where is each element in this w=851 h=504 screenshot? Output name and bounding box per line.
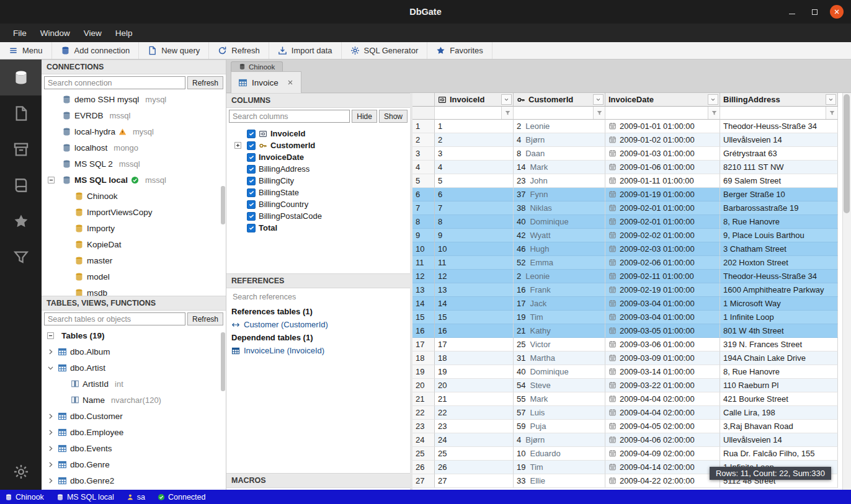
grid-row[interactable]: 252510Eduardo2009-04-09 02:00:00Rua Dr. … bbox=[412, 447, 838, 461]
cell-invoice-date[interactable]: 2009-01-06 01:00:00 bbox=[605, 161, 720, 174]
tables-search-input[interactable] bbox=[44, 312, 185, 325]
cell-invoice-date[interactable]: 2009-01-19 01:00:00 bbox=[605, 188, 720, 201]
cell-billing-address[interactable]: 69 Salem Street bbox=[720, 174, 838, 188]
cell-invoice-date[interactable]: 2009-03-04 01:00:00 bbox=[605, 297, 720, 311]
row-number[interactable]: 19 bbox=[412, 365, 435, 379]
checkbox-checked-icon[interactable] bbox=[247, 130, 256, 138]
cell-billing-address[interactable]: 8, Rue Hanovre bbox=[720, 365, 838, 379]
grid-row[interactable]: 4414Mark2009-01-06 01:00:008210 111 ST N… bbox=[412, 161, 838, 174]
cell-invoice-id[interactable]: 8 bbox=[435, 215, 514, 229]
cell-customer-id[interactable]: 19Tim bbox=[514, 311, 605, 324]
row-number[interactable]: 5 bbox=[412, 174, 435, 188]
cell-invoice-id[interactable]: 18 bbox=[435, 351, 514, 365]
cell-invoice-id[interactable]: 6 bbox=[435, 188, 514, 201]
cell-invoice-date[interactable]: 2009-03-06 01:00:00 bbox=[605, 338, 720, 351]
toolbar-add-connection-button[interactable]: Add connection bbox=[52, 42, 140, 59]
grid-row[interactable]: 181831Martha2009-03-09 01:00:00194A Chai… bbox=[412, 351, 838, 365]
column-toggle-billingcountry[interactable]: BillingCountry bbox=[226, 198, 410, 210]
grid-row[interactable]: 12122Leonie2009-02-11 01:00:00Theodor-He… bbox=[412, 270, 838, 283]
grid-row[interactable]: 222257Luis2009-04-04 02:00:00Calle Lira,… bbox=[412, 406, 838, 420]
cell-invoice-date[interactable]: 2009-03-05 01:00:00 bbox=[605, 324, 720, 338]
column-header-customerid[interactable]: CustomerId bbox=[514, 93, 605, 107]
row-number[interactable]: 10 bbox=[412, 242, 435, 256]
cell-invoice-id[interactable]: 3 bbox=[435, 147, 514, 161]
filter-input-customerid[interactable] bbox=[514, 107, 593, 119]
row-number[interactable]: 3 bbox=[412, 147, 435, 161]
table-dbo-genre[interactable]: dbo.Genre bbox=[42, 456, 226, 472]
cell-customer-id[interactable]: 46Hugh bbox=[514, 242, 605, 256]
cell-invoice-date[interactable]: 2009-03-04 01:00:00 bbox=[605, 311, 720, 324]
cell-invoice-id[interactable]: 25 bbox=[435, 447, 514, 461]
cell-invoice-id[interactable]: 15 bbox=[435, 311, 514, 324]
cell-invoice-id[interactable]: 27 bbox=[435, 474, 514, 488]
references-search-input[interactable] bbox=[229, 290, 408, 303]
grid-row[interactable]: 171725Victor2009-03-06 01:00:00319 N. Fr… bbox=[412, 338, 838, 351]
cell-billing-address[interactable]: 202 Hoxton Street bbox=[720, 256, 838, 270]
row-number[interactable]: 22 bbox=[412, 406, 435, 420]
row-number[interactable]: 11 bbox=[412, 256, 435, 270]
cell-customer-id[interactable]: 57Luis bbox=[514, 406, 605, 420]
cell-customer-id[interactable]: 2Leonie bbox=[514, 120, 605, 133]
table-dbo-events[interactable]: dbo.Events bbox=[42, 440, 226, 456]
database-importy[interactable]: Importy bbox=[42, 220, 226, 236]
cell-billing-address[interactable]: 194A Chain Lake Drive bbox=[720, 351, 838, 365]
grid-row[interactable]: 202054Steve2009-03-22 01:00:00110 Raebur… bbox=[412, 379, 838, 392]
row-number[interactable]: 7 bbox=[412, 201, 435, 215]
grid-row[interactable]: 161621Kathy2009-03-05 01:00:00801 W 4th … bbox=[412, 324, 838, 338]
cell-customer-id[interactable]: 42Wyatt bbox=[514, 229, 605, 242]
cell-invoice-date[interactable]: 2009-03-09 01:00:00 bbox=[605, 351, 720, 365]
toolbar-sql-generator-button[interactable]: SQL Generator bbox=[342, 42, 428, 59]
cell-billing-address[interactable]: 3 Chatham Street bbox=[720, 242, 838, 256]
cell-billing-address[interactable]: 9, Place Louis Barthou bbox=[720, 229, 838, 242]
row-number[interactable]: 20 bbox=[412, 379, 435, 392]
cell-customer-id[interactable]: 16Frank bbox=[514, 283, 605, 297]
grid-row[interactable]: 101046Hugh2009-02-03 01:00:003 Chatham S… bbox=[412, 242, 838, 256]
grid-row[interactable]: 151519Tim2009-03-04 01:00:001 Infinite L… bbox=[412, 311, 838, 324]
menu-view[interactable]: View bbox=[77, 26, 109, 40]
cell-customer-id[interactable]: 55Mark bbox=[514, 392, 605, 406]
toolbar-new-query-button[interactable]: New query bbox=[139, 42, 209, 59]
cell-customer-id[interactable]: 2Leonie bbox=[514, 270, 605, 283]
checkbox-checked-icon[interactable] bbox=[247, 200, 256, 209]
column-header-billingaddress[interactable]: BillingAddress bbox=[720, 93, 838, 107]
cell-invoice-date[interactable]: 2009-03-14 01:00:00 bbox=[605, 365, 720, 379]
database-master[interactable]: master bbox=[42, 252, 226, 268]
table-dbo-genre2[interactable]: dbo.Genre2 bbox=[42, 472, 226, 489]
table-column-name[interactable]: Namenvarchar(120) bbox=[42, 392, 226, 408]
column-menu-button[interactable] bbox=[593, 94, 604, 105]
connection-evrdb[interactable]: EVRDBmssql bbox=[42, 107, 226, 123]
cell-invoice-date[interactable]: 2009-01-11 01:00:00 bbox=[605, 174, 720, 188]
cell-invoice-id[interactable]: 21 bbox=[435, 392, 514, 406]
grid-row[interactable]: 224Bjørn2009-01-02 01:00:00Ullevålsveien… bbox=[412, 133, 838, 147]
table-column-artistid[interactable]: ArtistIdint bbox=[42, 376, 226, 392]
cell-invoice-id[interactable]: 4 bbox=[435, 161, 514, 174]
cell-customer-id[interactable]: 40Dominique bbox=[514, 215, 605, 229]
cell-customer-id[interactable]: 10Eduardo bbox=[514, 447, 605, 461]
cell-invoice-date[interactable]: 2009-04-04 02:00:00 bbox=[605, 406, 720, 420]
cell-billing-address[interactable]: Grétrystraat 63 bbox=[720, 147, 838, 161]
filter-menu-button[interactable] bbox=[708, 107, 720, 119]
cell-invoice-date[interactable]: 2009-02-01 01:00:00 bbox=[605, 215, 720, 229]
cell-invoice-id[interactable]: 7 bbox=[435, 201, 514, 215]
grid-row[interactable]: 9942Wyatt2009-02-02 01:00:009, Place Lou… bbox=[412, 229, 838, 242]
database-kopiedat[interactable]: KopieDat bbox=[42, 236, 226, 252]
cell-customer-id[interactable]: 33Ellie bbox=[514, 474, 605, 488]
cell-billing-address[interactable]: 3,Raj Bhavan Road bbox=[720, 420, 838, 433]
row-number[interactable]: 16 bbox=[412, 324, 435, 338]
column-menu-button[interactable] bbox=[708, 94, 718, 105]
statusbar-ms-sql-local[interactable]: MS SQL local bbox=[56, 493, 114, 502]
statusbar-chinook[interactable]: Chinook bbox=[5, 493, 44, 502]
filter-input-invoicedate[interactable] bbox=[605, 107, 708, 119]
grid-row[interactable]: 7738Niklas2009-02-01 01:00:00Barbarossas… bbox=[412, 201, 838, 215]
cell-invoice-date[interactable]: 2009-04-09 02:00:00 bbox=[605, 447, 720, 461]
cell-invoice-id[interactable]: 22 bbox=[435, 406, 514, 420]
tables-refresh-button[interactable]: Refresh bbox=[187, 312, 223, 325]
row-number[interactable]: 18 bbox=[412, 351, 435, 365]
cell-invoice-id[interactable]: 5 bbox=[435, 174, 514, 188]
cell-invoice-date[interactable]: 2009-02-11 01:00:00 bbox=[605, 270, 720, 283]
tables-group[interactable]: Tables (19) bbox=[42, 327, 226, 343]
toolbar-import-data-button[interactable]: Import data bbox=[269, 42, 342, 59]
cell-billing-address[interactable]: Theodor-Heuss-Straße 34 bbox=[720, 120, 838, 133]
cell-billing-address[interactable]: Rua Dr. Falcão Filho, 155 bbox=[720, 447, 838, 461]
row-number[interactable]: 14 bbox=[412, 297, 435, 311]
